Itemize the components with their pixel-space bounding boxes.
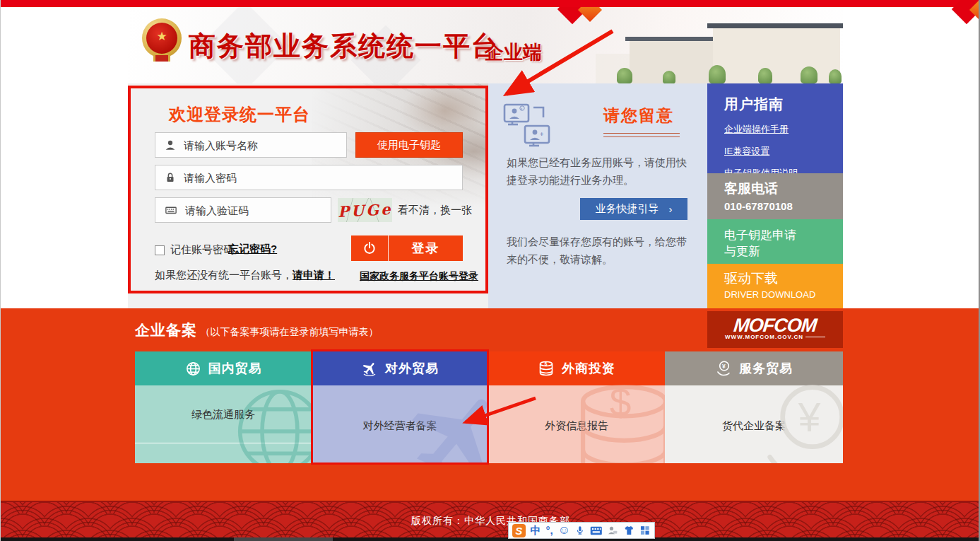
hotline-number: 010-67870108: [724, 200, 843, 212]
no-account-label: 如果您还没有统一平台账号，: [155, 269, 293, 281]
filing-cards: 国内贸易 绿色流通服务 商业特许经营备案 对外贸易: [135, 351, 843, 463]
captcha-text: PUGe: [338, 199, 392, 220]
right-sidebar: 用户指南 企业端操作手册 IE兼容设置 电子钥匙使用说明 客服电话 010-67…: [707, 83, 843, 308]
user-icon: [164, 139, 177, 151]
bottom-dark-bar: [1, 537, 980, 541]
driver-download-subtitle: DRIVER DOWNLOAD: [724, 289, 843, 300]
plane-icon: [361, 360, 378, 377]
no-account-text: 如果您还没有统一平台账号，请申请！: [155, 269, 335, 282]
account-transfer-icon: i +: [502, 102, 557, 153]
filing-title: 企业备案: [135, 322, 197, 338]
remember-row: 记住账号密码: [155, 243, 234, 257]
ekey-apply-line1: 电子钥匙申请: [724, 219, 843, 243]
quick-guide-label: 业务快捷引导: [596, 202, 659, 216]
card-service-trade: ¥ 服务贸易 ¥ 货代企业备案: [665, 351, 843, 463]
keyboard-icon: [164, 204, 178, 216]
svg-text:$: $: [610, 380, 632, 424]
card-foreign-investment-body: $ 外资信息报告: [488, 385, 665, 463]
card-domestic-trade-body: 绿色流通服务 商业特许经营备案: [135, 385, 312, 463]
ime-punctuation-icon[interactable]: °,: [546, 523, 553, 538]
notice-paragraph-2: 我们会尽量保存您原有的账号，给您带来的不便，敬请谅解。: [507, 233, 692, 269]
filing-section: 企业备案 （以下备案事项请在登录前填写申请表） MOFCOM WWW.MOFCO…: [1, 308, 980, 501]
card-service-trade-body: ¥ 货代企业备案: [665, 385, 843, 463]
national-emblem-logo: ★: [142, 18, 183, 62]
ekey-apply-line2: 与更新: [724, 243, 843, 260]
ime-keyboard-icon[interactable]: [590, 525, 603, 536]
password-field[interactable]: [155, 165, 463, 190]
mofcom-logo[interactable]: MOFCOM WWW.MOFCOM.GOV.CN: [707, 311, 843, 348]
skin-tshirt-icon[interactable]: [623, 525, 635, 536]
user-guide-block: 用户指南 企业端操作手册 IE兼容设置 电子钥匙使用说明: [707, 83, 843, 173]
service-yen-icon: ¥: [715, 360, 732, 377]
card-foreign-investment: $ 外商投资 $ 外资信息报告: [488, 351, 665, 463]
account-field[interactable]: [155, 132, 347, 158]
notice-title: 请您留意: [603, 105, 674, 127]
card-title: 对外贸易: [385, 360, 439, 377]
svg-text:$: $: [545, 361, 548, 367]
password-input[interactable]: [184, 172, 462, 184]
plane-watermark-icon: [400, 380, 488, 463]
chevron-right-icon: ›: [669, 203, 673, 215]
gov-platform-login-link[interactable]: 国家政务服务平台账号登录: [360, 270, 478, 283]
user-guide-title: 用户指南: [724, 83, 843, 114]
page-footer: 版权所有：中华人民共和国商务部: [1, 501, 980, 537]
driver-download-block[interactable]: 驱动下载 DRIVER DOWNLOAD: [707, 264, 843, 308]
notice-panel: i + 请您留意 如果您已经有业务应用账号，请使用快捷登录功能进行业务办理。 业…: [488, 83, 707, 308]
remember-checkbox[interactable]: [155, 245, 165, 255]
service-watermark-icon: ¥: [751, 377, 843, 463]
ime-menu-grid-icon[interactable]: [639, 525, 651, 536]
card-foreign-trade: 对外贸易 对外经营者备案: [312, 351, 488, 463]
ime-user-icon[interactable]: [607, 525, 618, 536]
svg-text:+: +: [540, 131, 543, 138]
captcha-input[interactable]: [185, 204, 331, 216]
apply-link[interactable]: 请申请！: [293, 269, 335, 281]
quick-guide-button[interactable]: 业务快捷引导 ›: [580, 198, 687, 220]
filing-heading: 企业备案 （以下备案事项请在登录前填写申请表）: [135, 320, 378, 340]
hotline-block: 客服电话 010-67870108: [707, 173, 843, 219]
captcha-image[interactable]: PUGe: [338, 198, 392, 222]
sogou-logo-icon[interactable]: S: [512, 524, 526, 537]
globe-icon: [185, 361, 201, 377]
lock-icon: [164, 171, 177, 184]
main-section: 欢迎登录统一平台 使用电子钥匙: [128, 83, 843, 308]
page-subtitle: 企业端: [485, 40, 542, 65]
page-title: 商务部业务系统统一平台: [189, 28, 500, 64]
use-ekey-label: 使用电子钥匙: [377, 139, 441, 152]
mofcom-url: WWW.MOFCOM.GOV.CN: [707, 334, 843, 340]
globe-watermark-icon: [227, 378, 312, 463]
card-domestic-trade: 国内贸易 绿色流通服务 商业特许经营备案: [135, 351, 312, 463]
sidebar-link-ie-setting[interactable]: IE兼容设置: [724, 145, 843, 158]
hotline-title: 客服电话: [724, 173, 843, 198]
driver-download-title: 驱动下载: [724, 264, 843, 288]
svg-text:¥: ¥: [722, 363, 726, 370]
card-foreign-trade-body: 对外经营者备案: [312, 385, 488, 463]
notice-paragraph-1: 如果您已经有业务应用账号，请使用快捷登录功能进行业务办理。: [507, 154, 692, 190]
header-banner: ★ 商务部业务系统统一平台 企业端: [128, 7, 843, 83]
card-title: 服务贸易: [739, 360, 793, 377]
power-icon: [362, 241, 377, 255]
use-ekey-button[interactable]: 使用电子钥匙: [355, 132, 463, 158]
ime-toolbar: S 中 °, ☺: [508, 522, 655, 539]
emoji-icon[interactable]: ☺: [558, 523, 570, 538]
svg-text:¥: ¥: [798, 395, 821, 440]
forgot-password-link[interactable]: 忘记密码?: [228, 243, 277, 256]
captcha-refresh-link[interactable]: 看不清，换一张: [398, 204, 472, 217]
login-button-label: 登录: [389, 240, 463, 257]
captcha-field[interactable]: [155, 197, 331, 223]
copyright-text: 版权所有：中华人民共和国商务部: [1, 515, 980, 528]
mofcom-building-image: [596, 16, 843, 83]
login-button[interactable]: 登录: [351, 235, 463, 261]
ime-lang-icon[interactable]: 中: [531, 523, 541, 538]
card-title: 国内贸易: [208, 360, 262, 377]
top-red-bar: [1, 0, 979, 7]
filing-note: （以下备案事项请在登录前填写申请表）: [200, 326, 378, 337]
sidebar-link-manual[interactable]: 企业端操作手册: [724, 123, 843, 136]
login-panel: 欢迎登录统一平台 使用电子钥匙: [128, 83, 488, 308]
ekey-apply-block[interactable]: 电子钥匙申请 与更新: [707, 219, 843, 264]
coins-icon: $: [538, 360, 555, 377]
microphone-icon[interactable]: [575, 525, 585, 536]
account-input[interactable]: [184, 139, 346, 151]
notice-underline: [603, 133, 680, 137]
coins-watermark-icon: $: [566, 375, 665, 463]
remember-label: 记住账号密码: [170, 243, 234, 257]
